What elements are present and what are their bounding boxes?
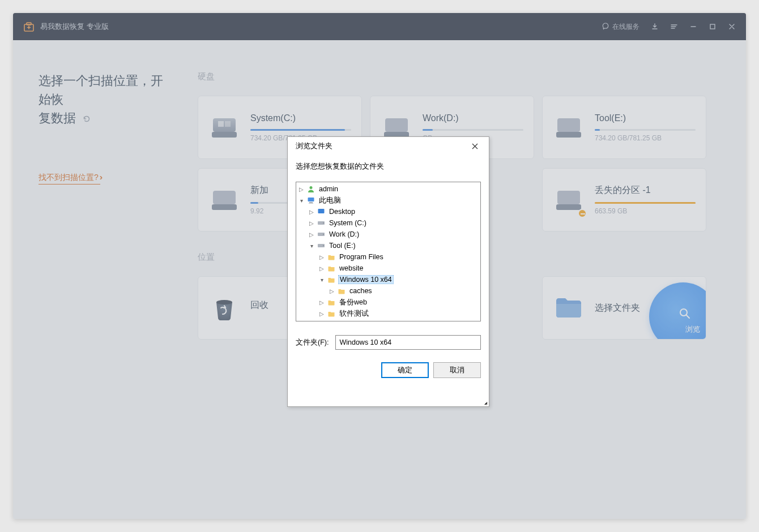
cancel-button[interactable]: 取消 bbox=[433, 362, 481, 378]
tree-item-this-pc[interactable]: ▾ 此电脑 bbox=[296, 195, 480, 206]
desktop-icon bbox=[317, 207, 326, 216]
user-icon bbox=[306, 185, 315, 194]
dialog-subtitle: 选择您想恢复数据的文件夹 bbox=[288, 155, 489, 182]
svg-rect-18 bbox=[308, 198, 314, 201]
folder-small-icon bbox=[327, 264, 336, 273]
folder-small-icon bbox=[327, 298, 336, 307]
drive-small-icon bbox=[317, 230, 326, 239]
svg-point-23 bbox=[323, 222, 324, 224]
browse-folder-dialog: 浏览文件夹 选择您想恢复数据的文件夹 ▷ admin ▾ 此电脑 bbox=[287, 136, 489, 407]
expand-icon[interactable]: ▷ bbox=[308, 208, 315, 216]
collapse-icon[interactable]: ▾ bbox=[308, 242, 315, 250]
expand-icon[interactable]: ▷ bbox=[318, 310, 326, 318]
drive-small-icon bbox=[317, 241, 326, 250]
expand-icon[interactable]: ▷ bbox=[328, 287, 336, 295]
folder-path-row: 文件夹(F): bbox=[296, 335, 481, 350]
folder-path-input[interactable] bbox=[335, 335, 481, 350]
dialog-title: 浏览文件夹 bbox=[296, 141, 332, 151]
expand-icon[interactable]: ▷ bbox=[308, 230, 315, 238]
svg-point-27 bbox=[323, 245, 324, 246]
app-window: 易我数据恢复 专业版 在线服务 选择一个扫描位置，开始恢 复数据 找不到扫描 bbox=[13, 13, 746, 519]
folder-small-icon bbox=[327, 309, 336, 318]
svg-point-17 bbox=[310, 186, 313, 189]
resize-grip-icon[interactable] bbox=[481, 398, 488, 405]
folder-small-icon bbox=[327, 252, 336, 261]
tree-item-website[interactable]: ▷ website bbox=[296, 263, 480, 274]
tree-item-desktop[interactable]: ▷ Desktop bbox=[296, 206, 480, 217]
tree-item-backup-web[interactable]: ▷ 备份web bbox=[296, 297, 480, 308]
expand-icon[interactable]: ▷ bbox=[297, 185, 305, 193]
folder-label: 文件夹(F): bbox=[296, 338, 329, 347]
tree-item-work-d[interactable]: ▷ Work (D:) bbox=[296, 229, 480, 240]
tree-item-caches[interactable]: ▷ caches bbox=[296, 285, 480, 297]
tree-item-windows10-selected[interactable]: ▾ Windows 10 x64 bbox=[296, 274, 480, 285]
expand-icon[interactable]: ▷ bbox=[308, 219, 315, 227]
tree-item-system-c[interactable]: ▷ System (C:) bbox=[296, 217, 480, 229]
folder-tree: ▷ admin ▾ 此电脑 ▷ Desktop bbox=[296, 182, 481, 321]
tree-item-my-backup[interactable]: 我的备份文件 bbox=[296, 319, 480, 321]
folder-small-icon bbox=[327, 320, 336, 321]
svg-rect-20 bbox=[309, 203, 313, 204]
folder-tree-scroll[interactable]: ▷ admin ▾ 此电脑 ▷ Desktop bbox=[296, 182, 480, 321]
dialog-close-button[interactable] bbox=[465, 139, 484, 153]
svg-point-25 bbox=[323, 234, 324, 235]
ok-button[interactable]: 确定 bbox=[381, 362, 429, 378]
tree-item-tool-e[interactable]: ▾ Tool (E:) bbox=[296, 240, 480, 251]
svg-rect-19 bbox=[309, 202, 313, 203]
tree-item-program-files[interactable]: ▷ Program Files bbox=[296, 251, 480, 263]
svg-rect-21 bbox=[318, 209, 325, 213]
tree-item-admin[interactable]: ▷ admin bbox=[296, 183, 480, 195]
expand-icon[interactable]: ▷ bbox=[318, 298, 326, 306]
folder-small-icon bbox=[327, 275, 336, 284]
expand-icon[interactable]: ▷ bbox=[318, 264, 326, 272]
tree-item-soft-test[interactable]: ▷ 软件测试 bbox=[296, 308, 480, 319]
drive-small-icon bbox=[317, 218, 326, 228]
collapse-icon[interactable]: ▾ bbox=[318, 276, 326, 284]
collapse-icon[interactable]: ▾ bbox=[297, 196, 305, 204]
dialog-button-row: 确定 取消 bbox=[296, 362, 481, 378]
computer-icon bbox=[306, 196, 315, 205]
expand-icon[interactable]: ▷ bbox=[318, 253, 326, 261]
folder-small-icon bbox=[337, 286, 346, 295]
dialog-header: 浏览文件夹 bbox=[288, 137, 489, 155]
